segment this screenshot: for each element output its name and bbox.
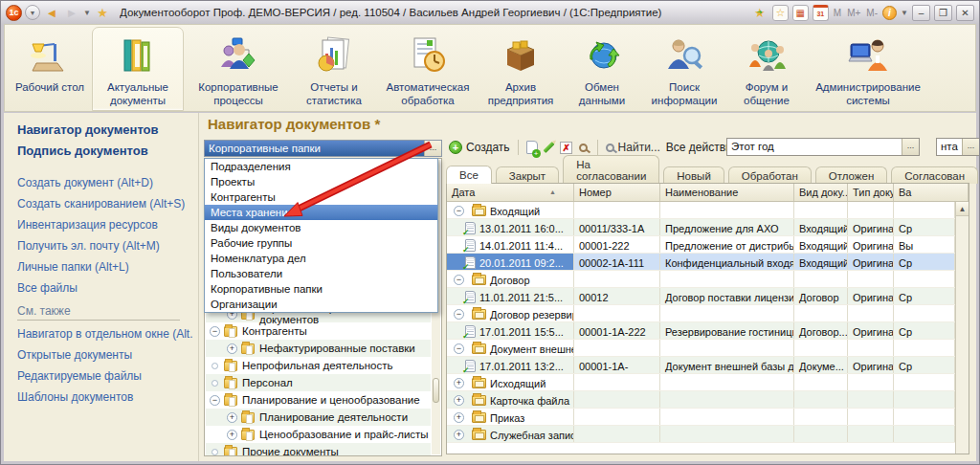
table-group-row[interactable]: Договор xyxy=(447,271,955,288)
ribbon-tab-data-exchange[interactable]: Обмен данными xyxy=(564,27,640,111)
table-group-row[interactable]: Карточка файла xyxy=(447,391,955,409)
folder-type-combobox[interactable]: Корпоративные папки ... xyxy=(204,140,442,157)
ribbon-tab-archive[interactable]: Архив предприятия xyxy=(480,27,561,111)
table-group-row[interactable]: Документ внешней ... xyxy=(447,340,955,357)
tab-postponed[interactable]: Отложен xyxy=(815,166,888,184)
column-header-name[interactable]: Наименование xyxy=(660,184,794,201)
dropdown-item[interactable]: Пользователи xyxy=(205,266,437,281)
favorites-star-icon[interactable]: ★ xyxy=(94,4,111,21)
tree-item[interactable]: Ценообразование и прайс-листы xyxy=(206,426,431,443)
table-scrollbar[interactable]: ▲ xyxy=(955,202,969,454)
set-search-icon[interactable] xyxy=(575,139,592,156)
table-row-selected[interactable]: 20.01.2011 09:2... 00002-1А-111 Конфиден… xyxy=(447,254,955,271)
calculator-icon[interactable]: ▦ xyxy=(792,5,809,21)
tree-item[interactable]: Нефактурированные поставки xyxy=(206,340,431,357)
dropdown-item[interactable]: Проекты xyxy=(205,174,437,189)
collapse-icon[interactable] xyxy=(454,309,464,320)
table-group-row[interactable]: Исходящий xyxy=(447,374,955,391)
sidebar-item-document-signing[interactable]: Подпись документов xyxy=(17,144,192,158)
partial-filter-field[interactable]: нта ... xyxy=(936,138,980,156)
main-menu-dropdown-icon[interactable]: ▼ xyxy=(25,5,40,20)
memory-m-minus-button[interactable]: M- xyxy=(865,8,879,18)
tab-closed[interactable]: Закрыт xyxy=(496,166,559,184)
new-document-icon[interactable] xyxy=(523,139,541,156)
ribbon-tab-forum[interactable]: Форум и общение xyxy=(728,27,805,111)
sidebar-item-document-navigator[interactable]: Навигатор документов xyxy=(17,122,192,137)
collapse-icon[interactable] xyxy=(454,275,464,285)
edit-pencil-icon[interactable] xyxy=(541,139,558,156)
table-row[interactable]: 14.01.2011 11:4... 00001-222 Предложение… xyxy=(447,236,955,254)
collapse-icon[interactable] xyxy=(454,343,464,354)
sidebar-item-get-email[interactable]: Получить эл. почту (Alt+M) xyxy=(17,239,192,253)
maximize-button[interactable]: ❐ xyxy=(934,5,952,21)
back-icon[interactable]: ◄ xyxy=(43,4,60,21)
tab-new[interactable]: Новый xyxy=(663,166,724,184)
minimize-button[interactable]: – xyxy=(912,5,930,21)
table-row[interactable]: 11.01.2011 21:5... 00012 Договор поставк… xyxy=(447,288,955,305)
sidebar-item-resource-inventory[interactable]: Инвентаризация ресурсов xyxy=(17,218,192,232)
collapse-icon[interactable] xyxy=(454,206,464,216)
expand-icon[interactable] xyxy=(454,412,464,423)
sidebar-item-open-documents[interactable]: Открытые документы xyxy=(17,348,192,362)
sidebar-item-create-by-scan[interactable]: Создать сканированием (Alt+S) xyxy=(17,197,192,210)
table-row[interactable]: 17.01.2011 15:5... 00001-1А-222 Резервир… xyxy=(447,322,955,340)
sidebar-item-create-document[interactable]: Создать документ (Alt+D) xyxy=(17,176,192,189)
dropdown-item-selected[interactable]: Места хранения xyxy=(205,205,437,220)
column-header-date[interactable]: Дата▲ xyxy=(447,184,574,201)
memory-m-button[interactable]: M xyxy=(833,8,842,18)
delete-icon[interactable]: ✗ xyxy=(558,139,575,156)
tab-all[interactable]: Все xyxy=(446,166,492,184)
sidebar-item-all-files[interactable]: Все файлы xyxy=(17,281,192,295)
ribbon-tab-search[interactable]: Поиск информации xyxy=(643,27,725,111)
combobox-browse-button[interactable]: ... xyxy=(424,141,441,156)
find-button[interactable]: Найти... xyxy=(603,139,663,156)
collapse-icon[interactable] xyxy=(210,326,220,337)
table-group-row[interactable]: Служебная записка xyxy=(447,426,955,443)
expand-icon[interactable] xyxy=(454,395,464,406)
dropdown-item[interactable]: Номенклатура дел xyxy=(205,251,437,266)
table-group-row[interactable]: Входящий xyxy=(447,202,955,219)
expand-icon[interactable] xyxy=(454,430,464,440)
create-button[interactable]: + Создать xyxy=(446,139,513,156)
table-row[interactable]: 17.01.2011 13:2... 00001-1А- Документ вн… xyxy=(447,357,955,374)
period-filter-field[interactable]: Этот год ... xyxy=(726,138,920,156)
table-group-row[interactable]: Договор резервиро... xyxy=(447,305,955,322)
sidebar-item-edited-files[interactable]: Редактируемые файлы xyxy=(17,369,192,383)
dropdown-item[interactable]: Виды документов xyxy=(205,220,437,235)
ribbon-tab-reports[interactable]: Отчеты и статистика xyxy=(293,27,375,111)
table-group-row[interactable]: Приказ xyxy=(447,409,955,426)
calendar-icon[interactable]: 31 xyxy=(813,5,829,21)
ribbon-tab-auto-processing[interactable]: Автоматическая обработка xyxy=(378,27,478,111)
expand-icon[interactable] xyxy=(227,430,237,440)
expand-icon[interactable] xyxy=(454,378,464,388)
dropdown-item[interactable]: Корпоративные папки xyxy=(205,281,437,297)
partial-browse-button[interactable]: ... xyxy=(962,139,979,155)
tree-item[interactable]: Планирование и ценообразование xyxy=(206,391,431,409)
open-favorites-icon[interactable]: ☆ xyxy=(772,5,789,21)
sidebar-item-personal-folders[interactable]: Личные папки (Alt+L) xyxy=(17,260,192,274)
tab-approved[interactable]: Согласован xyxy=(891,166,978,184)
table-row[interactable]: 13.01.2011 16:0... 00011/333-1А Предложе… xyxy=(447,219,955,236)
sidebar-item-navigator-separate-window[interactable]: Навигатор в отдельном окне (Alt... xyxy=(17,327,192,341)
tree-item[interactable]: Персонал xyxy=(206,374,431,391)
ribbon-tab-current-documents[interactable]: Актуальные документы xyxy=(92,27,184,111)
dropdown-item[interactable]: Рабочие группы xyxy=(205,235,437,251)
expand-icon[interactable] xyxy=(227,412,237,423)
ribbon-tab-administration[interactable]: Администрирование системы xyxy=(808,27,928,111)
expand-icon[interactable] xyxy=(227,343,237,354)
column-header-importance[interactable]: Ва xyxy=(894,184,969,201)
forward-icon[interactable]: ► xyxy=(63,4,80,21)
tab-processed[interactable]: Обработан xyxy=(728,166,812,184)
info-caret-icon[interactable]: ▼ xyxy=(901,4,908,21)
tree-item[interactable]: Прочие документы xyxy=(206,443,431,456)
close-button[interactable]: ✕ xyxy=(956,5,974,21)
ribbon-tab-desktop[interactable]: Рабочий стол xyxy=(11,27,89,111)
sidebar-item-document-templates[interactable]: Шаблоны документов xyxy=(17,390,192,404)
tree-item[interactable]: Непрофильная деятельность xyxy=(206,357,431,374)
add-favorite-icon[interactable]: ★ xyxy=(751,4,768,21)
tree-item[interactable]: Планирование деятельности xyxy=(206,409,431,426)
collapse-icon[interactable] xyxy=(210,395,220,406)
info-icon[interactable]: i xyxy=(882,6,897,20)
scroll-up-icon[interactable]: ▲ xyxy=(956,202,969,216)
column-header-type[interactable]: Тип доку... xyxy=(848,184,894,201)
